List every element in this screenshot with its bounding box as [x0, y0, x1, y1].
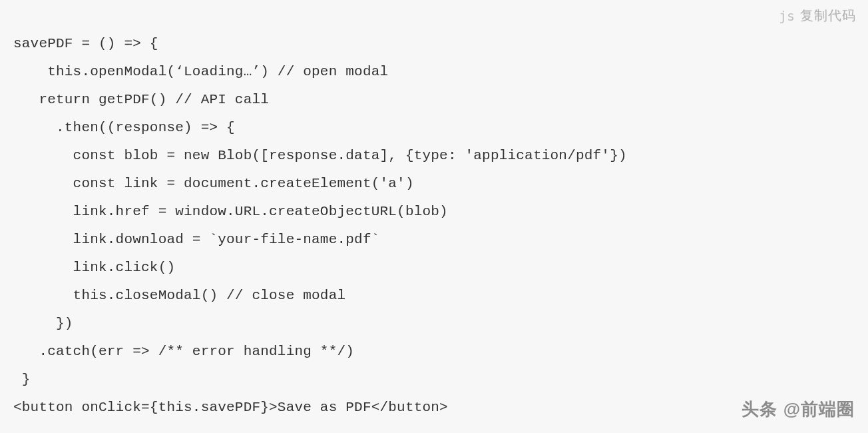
code-content[interactable]: savePDF = () => { this.openModal(‘Loadin…: [13, 30, 855, 422]
watermark: 头条 @前端圈: [742, 398, 855, 421]
code-header: js 复制代码: [779, 7, 856, 25]
code-block-container: js 复制代码 savePDF = () => { this.openModal…: [0, 0, 868, 433]
language-tag: js: [779, 8, 795, 24]
copy-button[interactable]: 复制代码: [800, 7, 856, 25]
